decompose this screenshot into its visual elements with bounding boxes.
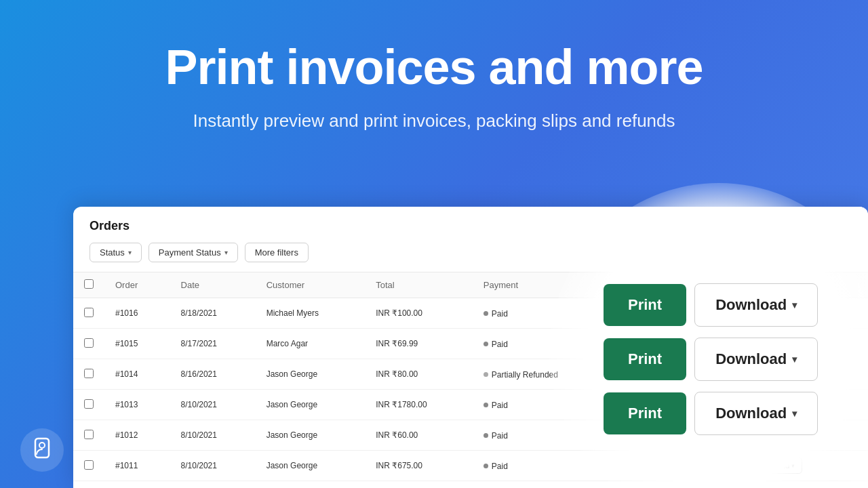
- order-customer-cell: Jason George: [256, 390, 366, 420]
- order-date-cell: 8/10/2021: [170, 481, 256, 489]
- order-date-cell: 8/10/2021: [170, 451, 256, 481]
- logo-icon: [30, 436, 54, 465]
- order-number-cell: #1013: [104, 390, 170, 420]
- action-row-3: Print Download ▾: [604, 392, 818, 435]
- row-checkbox-cell: [73, 481, 104, 489]
- row-checkbox-3[interactable]: [84, 399, 94, 409]
- order-customer-cell: Jason George: [256, 420, 366, 451]
- order-total-cell: INR ₹100.00: [365, 298, 473, 329]
- row-checkbox-cell: [73, 359, 104, 390]
- order-customer-cell: Michael Myers: [256, 298, 366, 329]
- row-checkbox-4[interactable]: [84, 430, 94, 439]
- order-number-cell: #1010: [104, 481, 170, 489]
- payment-status-filter[interactable]: Payment Status ▾: [149, 243, 238, 262]
- print-button-large-3[interactable]: Print: [604, 392, 686, 434]
- order-total-cell: INR ₹1780.00: [365, 390, 473, 420]
- download-chevron-2: ▾: [792, 354, 797, 365]
- row-checkbox-0[interactable]: [84, 308, 94, 317]
- order-total-cell: INR ₹60.00: [365, 420, 473, 451]
- order-total-cell: INR ₹80.00: [365, 359, 473, 390]
- header-customer: Customer: [256, 272, 366, 298]
- row-checkbox-cell: [73, 451, 104, 481]
- order-date-cell: 8/16/2021: [170, 359, 256, 390]
- print-button-large-2[interactable]: Print: [604, 338, 686, 380]
- action-row-1: Print Download ▾: [604, 283, 818, 327]
- row-checkbox-cell: [73, 329, 104, 359]
- hero-section: Print invoices and more Instantly previe…: [0, 0, 868, 159]
- print-button-large-1[interactable]: Print: [604, 284, 686, 326]
- download-button-large-2[interactable]: Download ▾: [694, 338, 818, 381]
- header-order: Order: [104, 272, 170, 298]
- payment-dot-icon: [484, 433, 488, 438]
- download-button-large-3[interactable]: Download ▾: [694, 392, 818, 435]
- payment-dot-icon: [484, 342, 488, 346]
- action-row-2: Print Download ▾: [604, 338, 818, 381]
- row-checkbox-cell: [73, 390, 104, 420]
- header-checkbox-col: [73, 272, 104, 298]
- payment-status-text: Paid: [492, 431, 508, 441]
- order-total-cell: INR ₹60.00: [365, 481, 473, 489]
- download-label-1: Download: [715, 296, 787, 314]
- download-chevron-1: ▾: [792, 300, 797, 310]
- payment-dot-icon: [484, 311, 488, 316]
- download-button-large-1[interactable]: Download ▾: [694, 283, 818, 327]
- order-date-cell: 8/10/2021: [170, 420, 256, 451]
- order-number-cell: #1012: [104, 420, 170, 451]
- payment-status-text: Paid: [492, 462, 508, 471]
- svg-point-1: [39, 443, 45, 448]
- order-total-cell: INR ₹675.00: [365, 451, 473, 481]
- download-label-2: Download: [715, 350, 787, 368]
- payment-status-label: Payment Status: [159, 247, 221, 258]
- payment-dot-icon: [484, 403, 488, 407]
- order-customer-cell: Marco Agar: [256, 329, 366, 359]
- order-customer-cell: Jason George: [256, 481, 366, 489]
- order-number-cell: #1016: [104, 298, 170, 329]
- more-filters-label: More filters: [255, 247, 298, 258]
- order-number-cell: #1014: [104, 359, 170, 390]
- hero-subtitle: Instantly preview and print invoices, pa…: [193, 110, 675, 131]
- order-date-cell: 8/10/2021: [170, 390, 256, 420]
- row-checkbox-cell: [73, 298, 104, 329]
- payment-dot-icon: [484, 464, 488, 468]
- row-checkbox-5[interactable]: [84, 460, 94, 470]
- order-customer-cell: Jason George: [256, 359, 366, 390]
- header-total: Total: [365, 272, 473, 298]
- row-checkbox-1[interactable]: [84, 338, 94, 348]
- status-filter-label: Status: [100, 247, 125, 258]
- order-date-cell: 8/17/2021: [170, 329, 256, 359]
- select-all-checkbox[interactable]: [84, 279, 94, 289]
- download-label-3: Download: [715, 405, 787, 422]
- order-number-cell: #1015: [104, 329, 170, 359]
- header-date: Date: [170, 272, 256, 298]
- order-date-cell: 8/18/2021: [170, 298, 256, 329]
- status-filter[interactable]: Status ▾: [90, 243, 142, 262]
- payment-dot-icon: [484, 372, 488, 377]
- hero-title: Print invoices and more: [165, 41, 703, 94]
- order-number-cell: #1011: [104, 451, 170, 481]
- payment-status-text: Paid: [492, 309, 508, 319]
- row-checkbox-cell: [73, 420, 104, 451]
- row-checkbox-2[interactable]: [84, 369, 94, 378]
- order-customer-cell: Jason George: [256, 451, 366, 481]
- logo-circle: [20, 428, 64, 472]
- payment-status-text: Paid: [492, 340, 508, 349]
- status-chevron-icon: ▾: [128, 249, 132, 256]
- payment-status-text: Partially Refunded: [492, 370, 558, 380]
- payment-chevron-icon: ▾: [224, 249, 228, 256]
- order-total-cell: INR ₹69.99: [365, 329, 473, 359]
- download-chevron-3: ▾: [792, 408, 797, 419]
- more-filters-btn[interactable]: More filters: [245, 243, 309, 262]
- order-payment-cell: Paid: [473, 481, 615, 489]
- payment-status-text: Paid: [492, 401, 508, 410]
